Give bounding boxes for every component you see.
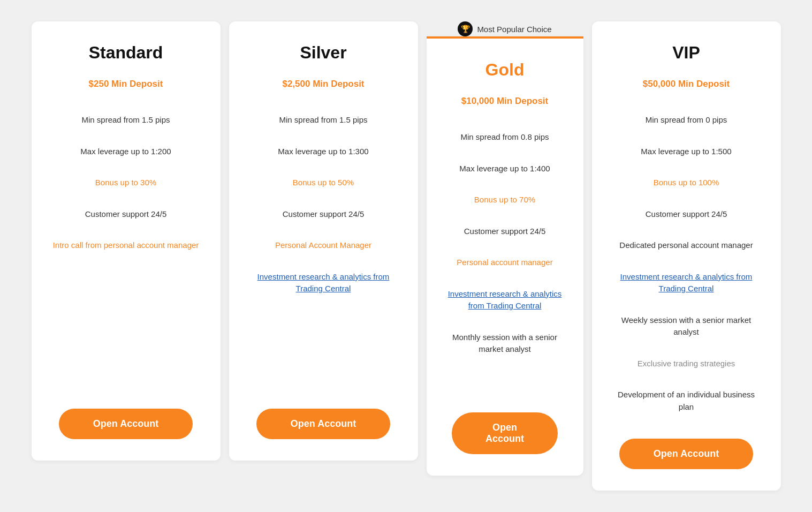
feature-silver-2: Bonus up to 50% (245, 167, 402, 199)
feature-standard-3: Customer support 24/5 (48, 199, 204, 230)
feature-silver-1: Max leverage up to 1:300 (245, 136, 402, 168)
gold-column: 🏆 Most Popular Choice Gold $10,000 Min D… (427, 21, 583, 476)
plans-wrapper: Standard $250 Min Deposit Min spread fro… (32, 21, 781, 491)
feature-gold-3: Customer support 24/5 (443, 216, 567, 247)
plan-title-gold: Gold (485, 60, 525, 80)
plan-card-silver: Silver $2,500 Min Deposit Min spread fro… (229, 21, 418, 461)
plan-features-standard: Min spread from 1.5 pips Max leverage up… (48, 104, 204, 393)
feature-vip-4: Dedicated personal account manager (608, 230, 765, 261)
feature-vip-7: Exclusive trading strategies (608, 348, 765, 380)
plan-title-standard: Standard (89, 43, 163, 63)
feature-gold-5[interactable]: Investment research & analytics from Tra… (443, 278, 567, 322)
plan-card-standard: Standard $250 Min Deposit Min spread fro… (32, 21, 221, 461)
most-popular-label: Most Popular Choice (477, 25, 551, 34)
feature-vip-3: Customer support 24/5 (608, 199, 765, 230)
feature-gold-0: Min spread from 0.8 pips (443, 122, 567, 153)
feature-gold-6: Monthly session with a senior market ana… (443, 322, 567, 365)
plan-features-silver: Min spread from 1.5 pips Max leverage up… (245, 104, 402, 393)
plan-deposit-silver: $2,500 Min Deposit (282, 79, 364, 89)
feature-vip-5[interactable]: Investment research & analytics from Tra… (608, 261, 765, 305)
plans-container: Standard $250 Min Deposit Min spread fro… (32, 21, 781, 491)
trophy-icon: 🏆 (458, 21, 473, 36)
most-popular-badge: 🏆 Most Popular Choice (458, 21, 551, 36)
feature-silver-3: Customer support 24/5 (245, 199, 402, 230)
feature-vip-6: Weekly session with a senior market anal… (608, 305, 765, 348)
feature-silver-5[interactable]: Investment research & analytics from Tra… (245, 261, 402, 305)
feature-standard-0: Min spread from 1.5 pips (48, 104, 204, 136)
plan-deposit-vip: $50,000 Min Deposit (643, 79, 730, 89)
feature-silver-4: Personal Account Manager (245, 230, 402, 261)
plan-card-vip: VIP $50,000 Min Deposit Min spread from … (592, 21, 781, 491)
open-account-button-gold[interactable]: Open Account (452, 412, 558, 454)
feature-gold-1: Max leverage up to 1:400 (443, 153, 567, 185)
plan-deposit-standard: $250 Min Deposit (89, 79, 163, 89)
open-account-button-vip[interactable]: Open Account (619, 439, 753, 469)
open-account-button-standard[interactable]: Open Account (59, 409, 192, 439)
plan-title-silver: Silver (300, 43, 346, 63)
open-account-button-silver[interactable]: Open Account (256, 409, 390, 439)
feature-gold-2: Bonus up to 70% (443, 184, 567, 216)
plan-features-gold: Min spread from 0.8 pips Max leverage up… (443, 122, 567, 396)
feature-silver-0: Min spread from 1.5 pips (245, 104, 402, 136)
feature-standard-1: Max leverage up to 1:200 (48, 136, 204, 168)
feature-vip-1: Max leverage up to 1:500 (608, 136, 765, 168)
feature-vip-8: Development of an individual business pl… (608, 379, 765, 423)
plan-title-vip: VIP (672, 43, 700, 63)
feature-standard-2: Bonus up to 30% (48, 167, 204, 199)
feature-standard-4: Intro call from personal account manager (48, 230, 204, 261)
feature-vip-0: Min spread from 0 pips (608, 104, 765, 136)
feature-gold-4: Personal account manager (443, 247, 567, 278)
plan-features-vip: Min spread from 0 pips Max leverage up t… (608, 104, 765, 423)
plan-card-gold: Gold $10,000 Min Deposit Min spread from… (427, 36, 583, 476)
plan-deposit-gold: $10,000 Min Deposit (461, 96, 549, 107)
feature-vip-2: Bonus up to 100% (608, 167, 765, 199)
